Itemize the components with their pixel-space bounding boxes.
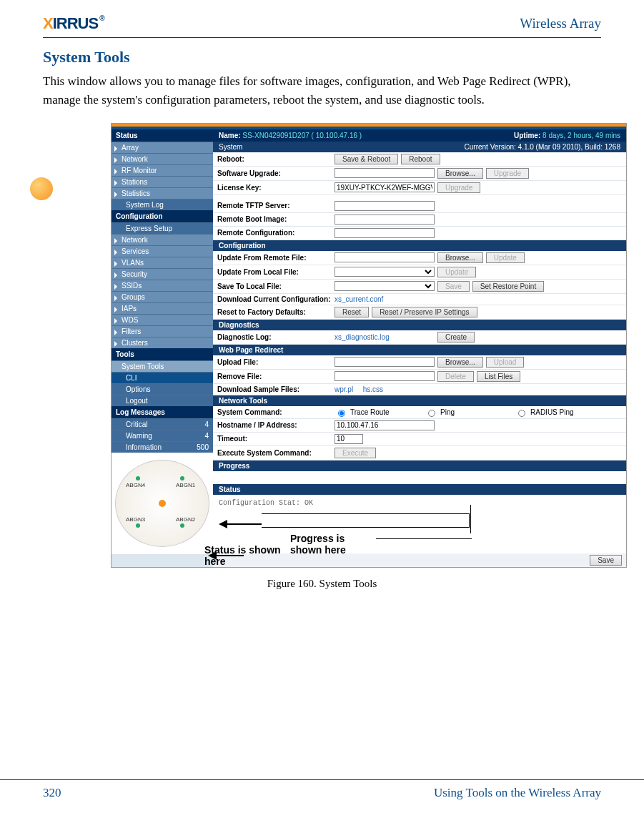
save-reboot-button[interactable]: Save & Reboot (335, 154, 398, 164)
log-critical[interactable]: Critical4 (112, 418, 213, 430)
save-button[interactable]: Save (590, 555, 622, 566)
log-information[interactable]: Information500 (112, 441, 213, 453)
sw-upgrade-label: Software Upgrade: (217, 169, 332, 177)
tftp-input[interactable] (335, 201, 435, 211)
tftp-label: Remote TFTP Server: (217, 202, 332, 210)
config-head: Configuration (213, 240, 626, 251)
sw-upgrade-input[interactable] (335, 168, 435, 178)
nav-head-status: Status (112, 129, 213, 142)
save-local-label: Save To Local File: (217, 282, 332, 290)
doc-title: Wireless Array (520, 16, 601, 31)
diag-head: Diagnostics (213, 320, 626, 330)
bootimg-label: Remote Boot Image: (217, 215, 332, 223)
execute-button[interactable]: Execute (335, 448, 376, 458)
nav-item-network[interactable]: Network (112, 153, 213, 164)
update-remote-button[interactable]: Update (486, 252, 525, 263)
wpr-delete-button[interactable]: Delete (437, 371, 474, 382)
diag-log-label: Diagnostic Log: (217, 333, 332, 341)
nav-item-iaps[interactable]: IAPs (112, 302, 213, 314)
diag-create-button[interactable]: Create (437, 332, 475, 343)
nav-item-clusters[interactable]: Clusters (112, 337, 213, 348)
nav-item-rfmonitor[interactable]: RF Monitor (112, 164, 213, 176)
nav-item-services[interactable]: Services (112, 245, 213, 257)
update-remote-browse[interactable]: Browse... (437, 252, 483, 263)
status-text: Configuration Stat: OK (219, 499, 313, 507)
system-head: System (219, 143, 242, 151)
nav-item-ssids[interactable]: SSIDs (112, 280, 213, 291)
upgrade-button[interactable]: Upgrade (486, 168, 529, 179)
nav-item-options[interactable]: Options (112, 383, 213, 395)
net-head: Network Tools (213, 395, 626, 406)
radio-radiusping[interactable] (518, 410, 525, 417)
iap-radar: ABGN4 ABGN1 ABGN3 ABGN2 (115, 460, 209, 547)
license-input[interactable] (335, 182, 435, 192)
diag-log-link[interactable]: xs_diagnostic.log (335, 333, 435, 341)
wpr-link-1[interactable]: wpr.pl (335, 385, 353, 393)
section-heading: System Tools (43, 48, 601, 66)
nav-item-wds[interactable]: WDS (112, 314, 213, 325)
radio-ping-label: Ping (440, 408, 512, 416)
nav-item-logout[interactable]: Logout (112, 395, 213, 406)
nav-item-systemtools[interactable]: System Tools (112, 360, 213, 372)
chapter-title: Using Tools on the Wireless Array (434, 786, 601, 800)
remconf-input[interactable] (335, 228, 435, 238)
nav-item-groups[interactable]: Groups (112, 291, 213, 302)
page-number: 320 (43, 786, 61, 800)
update-local-select[interactable] (335, 267, 435, 277)
status-area: Configuration Stat: OK (213, 495, 626, 553)
exec-label: Execute System Command: (217, 449, 332, 457)
browse-button[interactable]: Browse... (437, 168, 483, 179)
reboot-button[interactable]: Reboot (401, 154, 440, 164)
uptime: 8 days, 2 hours, 49 mins (543, 132, 620, 139)
wpr-link-2[interactable]: hs.css (363, 385, 383, 393)
download-conf-link[interactable]: xs_current.conf (335, 295, 383, 303)
bootimg-input[interactable] (335, 215, 435, 225)
host-input[interactable] (335, 420, 435, 430)
download-conf-label: Download Current Configuration: (217, 295, 332, 303)
reset-label: Reset to Factory Defaults: (217, 308, 332, 316)
nav-item-expresssetup[interactable]: Express Setup (112, 222, 213, 234)
reset-button[interactable]: Reset (335, 307, 369, 317)
set-restore-point-button[interactable]: Set Restore Point (472, 281, 544, 292)
nav-item-security[interactable]: Security (112, 268, 213, 280)
nav-item-filters[interactable]: Filters (112, 325, 213, 337)
nav-item-statistics[interactable]: Statistics (112, 187, 213, 199)
intro-text: This window allows you to manage files f… (43, 72, 601, 110)
radio-traceroute[interactable] (338, 410, 345, 417)
update-local-label: Update From Local File: (217, 268, 332, 276)
update-remote-input[interactable] (335, 252, 435, 262)
screenshot-container: Status Array Network RF Monitor Stations… (111, 123, 627, 568)
wpr-upload-button[interactable]: Upload (486, 357, 525, 368)
wpr-browse-button[interactable]: Browse... (437, 357, 483, 368)
reboot-label: Reboot: (217, 155, 332, 163)
license-label: License Key: (217, 184, 332, 192)
logo: XIRRUS® (43, 14, 103, 33)
syscmd-label: System Command: (217, 408, 332, 416)
nav-item-array[interactable]: Array (112, 142, 213, 153)
version-text: Current Version: 4.1.0 (Mar 09 2010), Bu… (465, 143, 620, 151)
nav-item-systemlog[interactable]: System Log (112, 199, 213, 210)
nav-item-vlans[interactable]: VLANs (112, 257, 213, 268)
main-panel: Name: SS-XN0429091D207 ( 10.100.47.16 ) … (213, 129, 626, 567)
wpr-download-label: Download Sample Files: (217, 385, 332, 393)
wpr-listfiles-button[interactable]: List Files (477, 371, 520, 382)
timeout-input[interactable] (335, 434, 363, 444)
radio-ping[interactable] (428, 410, 435, 417)
log-warning[interactable]: Warning4 (112, 430, 213, 441)
license-upgrade-button[interactable]: Upgrade (437, 182, 480, 193)
radio-traceroute-label: Trace Route (350, 408, 422, 416)
reset-preserve-ip-button[interactable]: Reset / Preserve IP Settings (372, 307, 477, 317)
nav-item-cli[interactable]: CLI (112, 372, 213, 383)
wpr-remove-label: Remove File: (217, 373, 332, 380)
nav-item-cfg-network[interactable]: Network (112, 234, 213, 245)
array-name: SS-XN0429091D207 ( 10.100.47.16 ) (242, 132, 362, 139)
wpr-upload-input[interactable] (335, 357, 435, 367)
save-local-button[interactable]: Save (437, 281, 470, 292)
update-local-button[interactable]: Update (437, 267, 476, 277)
nav-item-stations[interactable]: Stations (112, 176, 213, 187)
save-local-select[interactable] (335, 281, 435, 291)
wpr-remove-input[interactable] (335, 371, 435, 381)
nav-head-logs: Log Messages (112, 406, 213, 418)
figure-caption: Figure 160. System Tools (43, 578, 601, 590)
host-label: Hostname / IP Address: (217, 421, 332, 429)
